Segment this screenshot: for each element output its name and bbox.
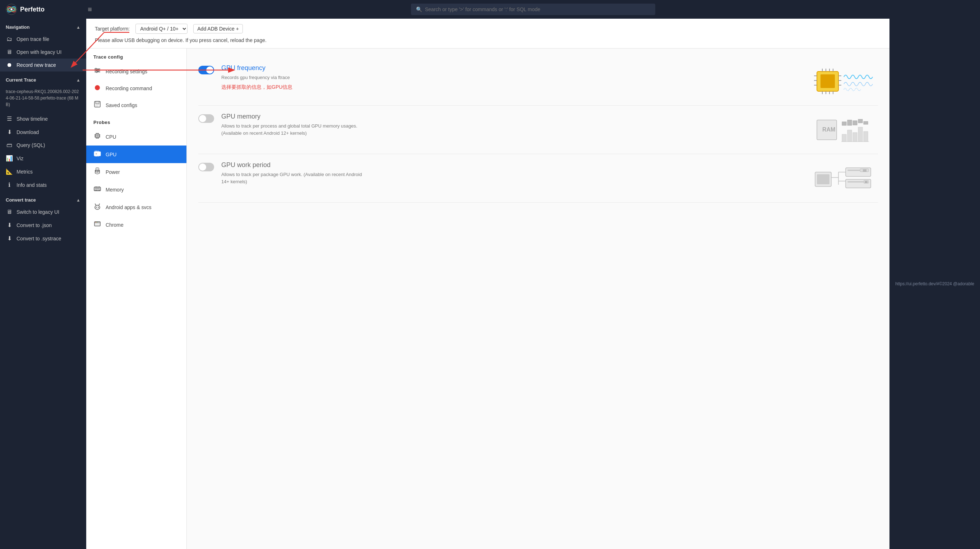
trace-config-sidebar: Trace config Recor: [86, 48, 187, 549]
bottom-bar: https://ui.perfetto.dev/# ©2024 @adorabl…: [889, 19, 980, 549]
sidebar-item-open-legacy-ui[interactable]: 🖥 Open with legacy UI: [0, 46, 86, 59]
gpu-frequency-toggle[interactable]: [198, 66, 214, 74]
trace-menu-gpu[interactable]: GPU: [86, 145, 186, 163]
gpu-work-period-illustration: [813, 161, 878, 195]
svg-rect-95: [853, 121, 857, 125]
search-input[interactable]: [425, 6, 650, 12]
sidebar-item-viz[interactable]: 📊 Viz: [0, 152, 86, 165]
chrome-label: Chrome: [106, 222, 124, 228]
add-device-button[interactable]: Add ADB Device +: [193, 24, 243, 33]
gpu-memory-toggle-area: [198, 114, 214, 123]
power-label: Power: [106, 169, 120, 175]
svg-rect-89: [848, 130, 852, 142]
trace-menu-saved-configs[interactable]: Saved configs: [86, 96, 186, 114]
systrace-download-icon: ⬇: [6, 235, 13, 242]
svg-point-59: [98, 207, 99, 208]
gpu-icon: [94, 150, 101, 159]
svg-rect-94: [848, 120, 852, 126]
navigation-chevron[interactable]: ▲: [76, 25, 81, 30]
monitor-icon: 🖥: [6, 49, 13, 55]
gpu-work-period-toggle[interactable]: [198, 163, 214, 171]
android-icon: [94, 203, 101, 212]
gpu-label: GPU: [106, 152, 116, 158]
trace-menu-recording-settings[interactable]: Recording settings: [86, 62, 186, 80]
platform-label: Target platform:: [95, 26, 130, 32]
svg-rect-100: [817, 174, 829, 184]
trace-menu-recording-command[interactable]: Recording command: [86, 80, 186, 96]
gpu-work-period-toggle-area: [198, 163, 214, 171]
sidebar-item-show-timeline[interactable]: ☰ Show timeline: [0, 112, 86, 126]
svg-point-62: [95, 204, 95, 204]
gpu-frequency-title: GPU frequency: [221, 64, 806, 72]
gpu-frequency-annotation: 选择要抓取的信息，如GPU信息: [221, 84, 806, 91]
settings-icon: [94, 67, 101, 76]
probe-gpu-frequency: GPU frequency Records gpu frequency via …: [198, 57, 878, 106]
search-bar[interactable]: 🔍: [411, 3, 655, 15]
sidebar-item-query-sql[interactable]: 🗃 Query (SQL): [0, 139, 86, 152]
svg-point-12: [97, 70, 99, 71]
bottom-link[interactable]: https://ui.perfetto.dev/#: [895, 281, 939, 286]
trace-menu-power[interactable]: Power: [86, 163, 186, 181]
android-apps-label: Android apps & svcs: [106, 204, 151, 210]
cpu-label: CPU: [106, 134, 116, 140]
sidebar-item-info-and-stats[interactable]: ℹ Info and stats: [0, 178, 86, 191]
cpu-icon: [94, 132, 101, 141]
switch-icon: 🖥: [6, 209, 13, 215]
gpu-memory-desc: Allows to track per process and global t…: [221, 123, 365, 137]
svg-point-13: [96, 71, 97, 73]
sidebar: Navigation ▲ 🗂 Open trace file 🖥 Open wi…: [0, 19, 86, 549]
toggle-knob-mem: [199, 115, 206, 122]
svg-rect-53: [96, 190, 97, 191]
current-trace-section-header: Current Trace ▲: [0, 72, 86, 86]
svg-rect-90: [853, 132, 857, 142]
svg-rect-34: [95, 153, 97, 154]
gpu-memory-toggle[interactable]: [198, 114, 214, 123]
trace-menu-android-apps[interactable]: Android apps & svcs: [86, 198, 186, 216]
svg-rect-71: [821, 74, 835, 88]
top-bar: Target platform: Android Q+ / 10+ Add AD…: [86, 19, 889, 48]
chart-icon: 📊: [6, 155, 13, 162]
gpu-work-period-title: GPU work period: [221, 161, 806, 169]
sidebar-item-convert-systrace[interactable]: ⬇ Convert to .systrace: [0, 232, 86, 245]
trace-filename: trace-cepheus-RKQ1.200826.002-2024-06-21…: [0, 86, 86, 112]
svg-rect-49: [96, 186, 97, 188]
svg-rect-92: [864, 132, 868, 142]
svg-rect-50: [98, 186, 99, 188]
svg-rect-55: [99, 190, 100, 191]
probe-gpu-work-period: GPU work period Allows to track per pack…: [198, 154, 878, 203]
hamburger-menu[interactable]: ≡: [88, 5, 92, 14]
sidebar-item-download[interactable]: ⬇ Download: [0, 126, 86, 139]
gpu-memory-title: GPU memory: [221, 113, 806, 120]
gpu-work-period-info: GPU work period Allows to track per pack…: [221, 161, 806, 185]
svg-rect-17: [95, 106, 98, 107]
platform-select[interactable]: Android Q+ / 10+: [135, 24, 188, 34]
sidebar-item-metrics[interactable]: 📐 Metrics: [0, 165, 86, 178]
svg-rect-91: [858, 127, 862, 142]
svg-rect-15: [95, 101, 99, 104]
recording-settings-label: Recording settings: [106, 68, 147, 74]
svg-rect-54: [98, 190, 99, 191]
metrics-icon: 📐: [6, 168, 13, 175]
svg-text:RAM: RAM: [822, 126, 835, 132]
probes-label: Probes: [86, 114, 186, 128]
trace-menu-chrome[interactable]: Chrome: [86, 216, 186, 234]
trace-menu-memory[interactable]: Memory: [86, 181, 186, 198]
svg-point-7: [10, 8, 13, 10]
timeline-icon: ☰: [6, 115, 13, 122]
trace-menu-cpu[interactable]: CPU: [86, 128, 186, 145]
app-title: Perfetto: [20, 6, 45, 13]
svg-rect-106: [848, 170, 860, 171]
current-trace-chevron[interactable]: ▲: [76, 78, 81, 83]
right-panel: GPU frequency Records gpu frequency via …: [187, 48, 889, 549]
sidebar-item-record-new-trace[interactable]: ⏺ Record new trace: [0, 59, 86, 72]
saved-configs-icon: [94, 100, 101, 110]
gpu-frequency-desc: Records gpu frequency via ftrace: [221, 74, 365, 81]
sidebar-item-convert-json[interactable]: ⬇ Convert to .json: [0, 218, 86, 232]
convert-trace-chevron[interactable]: ▲: [76, 197, 81, 203]
record-icon: ⏺: [6, 62, 13, 68]
sidebar-item-open-trace-file[interactable]: 🗂 Open trace file: [0, 33, 86, 46]
svg-point-69: [97, 222, 98, 223]
svg-rect-51: [99, 186, 100, 188]
sidebar-item-switch-legacy-ui[interactable]: 🖥 Switch to legacy UI: [0, 205, 86, 218]
svg-rect-97: [864, 121, 868, 124]
